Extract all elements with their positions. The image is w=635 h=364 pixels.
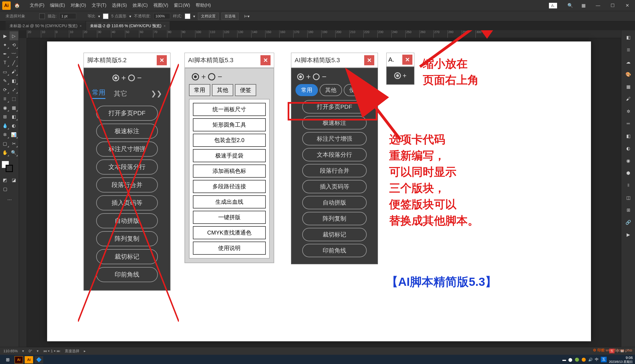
eraser-tool-icon[interactable]: ◧ (10, 76, 19, 85)
zoom-level[interactable]: 110.65% (3, 349, 18, 353)
shaper-tool-icon[interactable]: ✎ (1, 76, 10, 85)
script-button[interactable]: 统一画板尺寸 (193, 103, 266, 116)
lasso-tool-icon[interactable]: ⟲ (10, 40, 19, 49)
tab-other[interactable]: 其它 (114, 89, 127, 98)
menu-file[interactable]: 文件(F) (27, 3, 47, 8)
tray-icon[interactable]: ⬤ (568, 358, 572, 362)
properties-panel-icon[interactable]: ◧ (622, 31, 634, 43)
symbol-tool-icon[interactable]: ✲ (1, 130, 10, 139)
graphic-styles-panel-icon[interactable]: ⬢ (622, 167, 634, 179)
mesh-tool-icon[interactable]: ⊞ (1, 112, 10, 121)
script-button[interactable]: 段落行合并 (302, 164, 367, 177)
close-icon[interactable]: ✕ (364, 55, 374, 65)
minimize-button[interactable]: — (592, 1, 604, 10)
script-button[interactable]: 多段路径连接 (193, 180, 266, 193)
perspective-tool-icon[interactable]: ▦ (10, 103, 19, 112)
chevron-right-icon[interactable]: ❯❯ (151, 90, 162, 98)
rotate-value[interactable]: 0° (29, 349, 32, 353)
tab-notes[interactable]: 便签 (344, 84, 366, 96)
menu-effect[interactable]: 效果(C) (130, 3, 151, 8)
slice-tool-icon[interactable]: ✂ (10, 139, 19, 148)
type-tool-icon[interactable]: T (1, 58, 10, 67)
script-button[interactable]: 阵列复制 (302, 212, 367, 225)
tray-ime-icon[interactable]: 中 (595, 357, 599, 362)
script-button[interactable]: 插入页码等 (96, 195, 158, 210)
opacity-swatch[interactable] (103, 13, 108, 19)
symbols-panel-icon[interactable]: ✲ (622, 105, 634, 117)
fill-swatch[interactable] (39, 13, 45, 19)
script-button[interactable]: 标注尺寸增强 (96, 142, 158, 157)
doc-setup-button[interactable]: 文档设置 (198, 13, 219, 20)
close-icon[interactable]: ✕ (402, 55, 412, 65)
script-button[interactable]: 使用说明 (193, 242, 266, 255)
close-icon[interactable]: ✕ (260, 55, 271, 65)
script-button[interactable]: 印前角线 (302, 244, 367, 257)
script-button[interactable]: 打开多页PDF (96, 106, 158, 121)
radio-icon[interactable] (313, 73, 320, 80)
hand-tool-icon[interactable]: ✋ (1, 148, 10, 157)
opacity-input[interactable] (153, 13, 170, 19)
close-icon[interactable]: ✕ (157, 55, 167, 65)
radio-icon[interactable] (208, 73, 215, 80)
minimized-panel-hint[interactable]: A. (549, 3, 557, 8)
menu-window[interactable]: 窗口(W) (171, 3, 193, 8)
menu-type[interactable]: 文字(T) (89, 3, 109, 8)
curvature-tool-icon[interactable]: 〰 (10, 49, 19, 58)
eyedropper-tool-icon[interactable]: 💧 (1, 121, 10, 130)
artboard-nav[interactable]: ⏮ ◀ 1 ▶ ⏭ (43, 349, 61, 353)
gradient-panel-icon[interactable]: ◧ (622, 130, 634, 142)
taskbar-clock[interactable]: 9:06 2023/8/13 星期日 (609, 356, 633, 363)
maximize-button[interactable]: ☐ (607, 1, 618, 10)
libraries-panel-icon[interactable]: ☁ (622, 56, 634, 68)
canvas[interactable]: 2010010203040506070809010011012013014015… (19, 30, 621, 347)
width-tool-icon[interactable]: ⫼ (1, 94, 10, 103)
shape-builder-tool-icon[interactable]: ◉ (1, 103, 10, 112)
taskbar-app-icon[interactable]: 🔷 (35, 356, 43, 363)
tab-common[interactable]: 常用 (92, 88, 105, 99)
close-button[interactable]: ✕ (622, 1, 633, 10)
script-button[interactable]: 裁切标记 (302, 228, 367, 241)
blend-tool-icon[interactable]: ◐ (10, 121, 19, 130)
script-button[interactable]: CMYK查找潘通色 (193, 226, 266, 239)
actions-panel-icon[interactable]: ▶ (622, 229, 634, 240)
taskbar-ai-icon-active[interactable]: Ai (25, 356, 33, 363)
menu-view[interactable]: 视图(V) (151, 3, 171, 8)
script-button[interactable]: 生成出血线 (193, 195, 266, 208)
doc-tab-1[interactable]: 未标题-2.ai @ 50 % (CMYK/CPU 预览) × (6, 22, 86, 30)
appearance-panel-icon[interactable]: ◉ (622, 155, 634, 166)
direct-selection-tool-icon[interactable]: ▷ (10, 31, 19, 40)
gradient-tool-icon[interactable]: ◧ (10, 112, 19, 121)
script-button[interactable]: 自动拼版 (96, 213, 158, 228)
links-panel-icon[interactable]: 🔗 (622, 216, 634, 228)
tab-other[interactable]: 其他 (212, 84, 233, 96)
pen-tool-icon[interactable]: ✒ (1, 49, 10, 58)
start-menu-icon[interactable]: ⊞ (2, 356, 13, 364)
tab-common[interactable]: 常用 (295, 84, 318, 96)
script-button[interactable]: 极速标注 (96, 124, 158, 139)
color-mode-icon[interactable]: ◩ (1, 175, 10, 184)
menu-edit[interactable]: 编辑(E) (47, 3, 68, 8)
transparency-panel-icon[interactable]: ◐ (622, 142, 634, 154)
fill-stroke-swatches[interactable] (1, 160, 18, 173)
brush-label[interactable]: 5 点圆形 (111, 14, 126, 19)
style-swatch[interactable] (185, 13, 190, 19)
rectangle-tool-icon[interactable]: ▭ (1, 67, 10, 76)
color-panel-icon[interactable]: 🎨 (622, 68, 634, 80)
transform-panel-icon[interactable]: ⊞ (622, 204, 634, 216)
script-button[interactable]: 文本段落分行 (96, 159, 158, 175)
home-icon[interactable]: 🏠 (13, 1, 21, 10)
draw-mode-icon[interactable]: ◪ (10, 175, 19, 184)
script-button[interactable]: 文本段落分行 (302, 148, 367, 161)
doc-tab-2[interactable]: 未标题-2 @ 110.65 % (CMYK/CPU 预览) × (86, 22, 170, 30)
close-icon[interactable]: × (164, 24, 166, 28)
tray-ime-icon[interactable]: 五 (601, 357, 607, 362)
tab-notes[interactable]: 便签 (235, 84, 256, 96)
graph-tool-icon[interactable]: 📊 (10, 130, 19, 139)
script-button[interactable]: 极速手提袋 (193, 149, 266, 162)
menu-select[interactable]: 选择(S) (109, 3, 130, 8)
tray-volume-icon[interactable]: 🔊 (588, 358, 593, 362)
pathfinder-panel-icon[interactable]: ◫ (622, 192, 634, 203)
script-button[interactable]: 标注尺寸增强 (302, 132, 367, 145)
script-button[interactable]: 包装盒型2.0 (193, 134, 266, 147)
script-button[interactable]: 自动拼版 (302, 196, 367, 209)
